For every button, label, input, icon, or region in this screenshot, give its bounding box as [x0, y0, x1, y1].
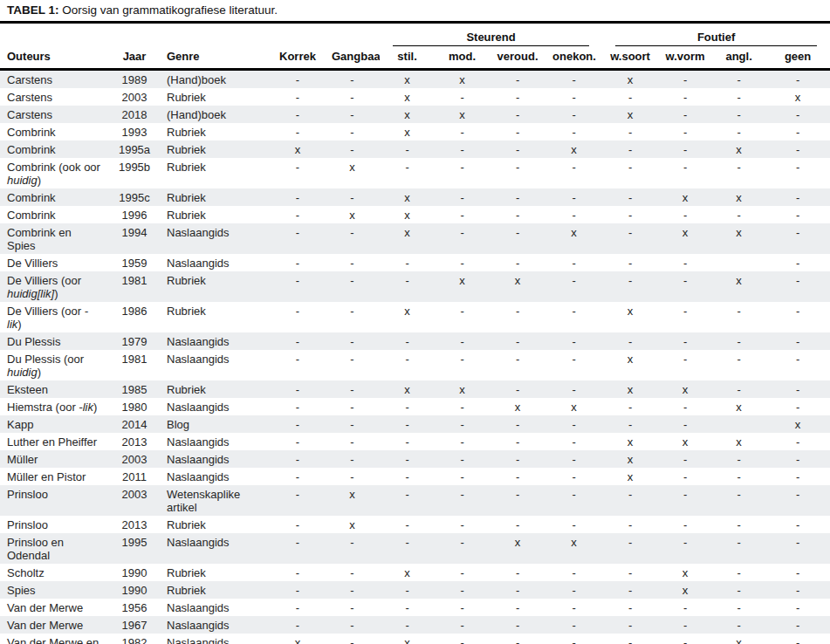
year-cell: 2003 — [109, 450, 160, 468]
mark-cell-mod: - — [435, 302, 490, 332]
mark-cell-mod: - — [435, 634, 490, 644]
mark-cell-veroud: - — [490, 88, 545, 106]
mark-cell-stil: x — [380, 223, 435, 254]
mark-cell-mod: - — [435, 254, 490, 271]
column-header-veroud: veroud. — [490, 47, 545, 70]
mark-cell-wvorm: - — [658, 468, 712, 485]
mark-cell-mod: - — [435, 516, 490, 533]
column-header-korrek: Korrek — [271, 47, 325, 70]
mark-cell-wvorm: - — [658, 70, 712, 89]
mark-cell-stil: - — [380, 599, 435, 616]
genre-cell: Wetenskaplike artikel — [160, 485, 271, 516]
author-cell: Combrink — [0, 188, 109, 206]
mark-cell-mod: - — [435, 450, 490, 468]
mark-cell-gangbaar: - — [325, 564, 380, 581]
mark-cell-wsoort: - — [602, 581, 658, 599]
table-title: TABEL 1: Oorsig van grammatikografiese l… — [0, 0, 830, 24]
mark-cell-korrek: - — [271, 468, 325, 485]
mark-cell-onekon: - — [545, 616, 602, 634]
genre-cell: Rubriek — [160, 581, 271, 599]
mark-cell-korrek: - — [271, 70, 325, 89]
table-row: Scholtz1990Rubriek--x----x-- — [0, 564, 830, 581]
table-row: Eksteen1985Rubriek--xx--xx-- — [0, 380, 830, 398]
mark-cell-gangbaar: - — [325, 70, 380, 89]
mark-cell-veroud: - — [490, 223, 545, 254]
mark-cell-stil: - — [380, 616, 435, 634]
table-row: Carstens2003Rubriek--x------x — [0, 88, 830, 106]
genre-cell: (Hand)boek — [160, 70, 271, 89]
table-row: De Villiers (oor -lik)1986Rubriek--x---x… — [0, 302, 830, 332]
mark-cell-gangbaar: - — [325, 350, 380, 380]
mark-cell-mod: - — [435, 140, 490, 158]
year-cell: 1967 — [109, 616, 160, 634]
mark-cell-mod: - — [435, 188, 490, 206]
mark-cell-korrek: - — [271, 123, 325, 140]
year-cell: 1995 — [109, 533, 160, 564]
mark-cell-geen: - — [765, 158, 830, 188]
table-row: De Villiers1959Naslaangids--------- — [0, 254, 830, 271]
year-cell: 2003 — [109, 88, 160, 106]
mark-cell-korrek: - — [271, 398, 325, 415]
year-cell: 2013 — [109, 433, 160, 450]
author-cell: Combrink (ook oor huidig) — [0, 158, 109, 188]
mark-cell-onekon: - — [545, 634, 602, 644]
mark-cell-angl: - — [712, 485, 765, 516]
mark-cell-geen: - — [765, 106, 830, 123]
author-cell: Combrink en Spies — [0, 223, 109, 254]
mark-cell-stil: x — [380, 123, 435, 140]
mark-cell-mod: x — [435, 380, 490, 398]
mark-cell-geen: - — [765, 468, 830, 485]
mark-cell-stil: - — [380, 398, 435, 415]
mark-cell-mod: - — [435, 223, 490, 254]
mark-cell-gangbaar: - — [325, 581, 380, 599]
mark-cell-angl: - — [712, 158, 765, 188]
mark-cell-wvorm: - — [658, 415, 712, 433]
mark-cell-veroud: - — [490, 350, 545, 380]
mark-cell-gangbaar: - — [325, 106, 380, 123]
mark-cell-gangbaar: - — [325, 223, 380, 254]
table-row: Combrink1995cRubriek--x----xx- — [0, 188, 830, 206]
mark-cell-mod: - — [435, 398, 490, 415]
mark-cell-onekon: - — [545, 468, 602, 485]
mark-cell-wsoort: - — [602, 599, 658, 616]
mark-cell-stil: - — [380, 350, 435, 380]
column-header-mod: mod. — [435, 47, 490, 70]
mark-cell-mod: - — [435, 350, 490, 380]
mark-cell-onekon: - — [545, 206, 602, 223]
mark-cell-korrek: - — [271, 271, 325, 302]
mark-cell-angl: - — [712, 450, 765, 468]
mark-cell-onekon: - — [545, 271, 602, 302]
mark-cell-geen: - — [765, 70, 830, 89]
mark-cell-wsoort: - — [602, 271, 658, 302]
mark-cell-wvorm: - — [658, 332, 712, 350]
mark-cell-stil: - — [380, 254, 435, 271]
mark-cell-veroud: - — [490, 599, 545, 616]
table-row: Luther en Pheiffer2013Naslaangids------x… — [0, 433, 830, 450]
mark-cell-wvorm: - — [658, 450, 712, 468]
mark-cell-wvorm: - — [658, 158, 712, 188]
document-page: TABEL 1: Oorsig van grammatikografiese l… — [0, 0, 830, 644]
mark-cell-korrek: - — [271, 223, 325, 254]
mark-cell-mod: - — [435, 88, 490, 106]
mark-cell-wvorm: - — [658, 254, 712, 271]
mark-cell-wsoort: - — [602, 188, 658, 206]
mark-cell-gangbaar: - — [325, 140, 380, 158]
mark-cell-stil: x — [380, 106, 435, 123]
mark-cell-wvorm: - — [658, 516, 712, 533]
mark-cell-wsoort: - — [602, 485, 658, 516]
table-row: Van der Merwe1956Naslaangids---------- — [0, 599, 830, 616]
mark-cell-wvorm: x — [658, 188, 712, 206]
table-row: Van der Merwe1967Naslaangids---------- — [0, 616, 830, 634]
author-cell: Du Plessis (oor huidig) — [0, 350, 109, 380]
mark-cell-wvorm: - — [658, 123, 712, 140]
mark-cell-angl: - — [712, 88, 765, 106]
mark-cell-wvorm: - — [658, 88, 712, 106]
column-header-wvorm: w.vorm — [658, 47, 712, 70]
table-row: Müller2003Naslaangids------x--- — [0, 450, 830, 468]
table-row: Hiemstra (oor -lik)1980Naslaangids----xx… — [0, 398, 830, 415]
author-cell: De Villiers — [0, 254, 109, 271]
genre-cell: Naslaangids — [160, 350, 271, 380]
column-header-onekon: onekon. — [545, 47, 602, 70]
mark-cell-gangbaar: - — [325, 433, 380, 450]
mark-cell-wsoort: x — [602, 106, 658, 123]
